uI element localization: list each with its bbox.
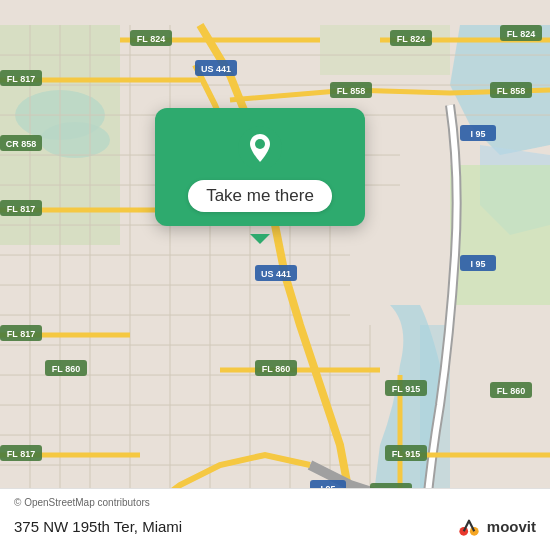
svg-text:FL 858: FL 858: [497, 86, 525, 96]
svg-text:FL 824: FL 824: [397, 34, 425, 44]
svg-text:FL 817: FL 817: [7, 204, 35, 214]
svg-text:I 95: I 95: [470, 129, 485, 139]
moovit-logo: moovit: [455, 512, 536, 540]
moovit-brand-text: moovit: [487, 518, 536, 535]
svg-text:FL 817: FL 817: [7, 329, 35, 339]
svg-text:FL 860: FL 860: [262, 364, 290, 374]
svg-text:FL 860: FL 860: [52, 364, 80, 374]
svg-text:US 441: US 441: [201, 64, 231, 74]
svg-text:FL 824: FL 824: [507, 29, 535, 39]
svg-text:FL 860: FL 860: [497, 386, 525, 396]
moovit-icon: [455, 512, 483, 540]
map-popup[interactable]: Take me there: [155, 108, 365, 226]
svg-text:FL 817: FL 817: [7, 74, 35, 84]
svg-text:FL 915: FL 915: [392, 384, 420, 394]
svg-rect-89: [455, 512, 483, 540]
map-container: FL 817 FL 817 FL 817 FL 817 FL 824 FL 82…: [0, 0, 550, 550]
svg-text:US 441: US 441: [261, 269, 291, 279]
take-me-there-button[interactable]: Take me there: [188, 180, 332, 212]
svg-text:FL 817: FL 817: [7, 449, 35, 459]
svg-text:CR 858: CR 858: [6, 139, 37, 149]
bottom-bar: © OpenStreetMap contributors 375 NW 195t…: [0, 488, 550, 550]
svg-text:I 95: I 95: [470, 259, 485, 269]
svg-point-88: [255, 139, 265, 149]
address-row: 375 NW 195th Ter, Miami moovit: [14, 512, 536, 540]
svg-rect-5: [450, 165, 550, 305]
svg-text:FL 915: FL 915: [392, 449, 420, 459]
svg-text:FL 858: FL 858: [337, 86, 365, 96]
map-attribution: © OpenStreetMap contributors: [14, 497, 536, 508]
svg-text:FL 824: FL 824: [137, 34, 165, 44]
location-pin-icon: [238, 126, 282, 170]
address-text: 375 NW 195th Ter, Miami: [14, 518, 182, 535]
